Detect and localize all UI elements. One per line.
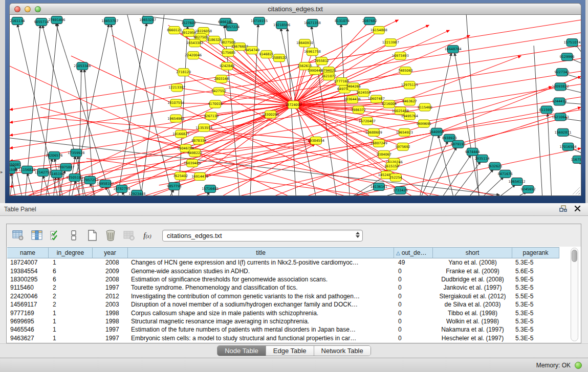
table-row[interactable]: 946362711997Embryonic stem cells: a mode…	[7, 334, 580, 342]
network-node[interactable]: 1244419	[552, 98, 567, 105]
float-panel-icon[interactable]	[559, 205, 567, 212]
network-node[interactable]: 9474444	[465, 148, 480, 156]
delete-column-icon[interactable]	[103, 228, 118, 243]
black-edge[interactable]	[534, 46, 542, 195]
table-scrollbar-thumb[interactable]	[572, 250, 577, 262]
table-row[interactable]: 977716911998Corpus callosum shape and si…	[7, 309, 580, 317]
network-node[interactable]: 1167533	[571, 156, 581, 163]
network-node[interactable]: 10688609	[365, 128, 382, 136]
table-row[interactable]: 946554611997Estimation of the future num…	[7, 325, 580, 334]
table-cell[interactable]: 2	[49, 283, 93, 292]
table-cell[interactable]: Estimation of significance thresholds fo…	[128, 275, 394, 283]
window-titlebar[interactable]: citations_edges.txt	[9, 3, 581, 15]
network-node[interactable]: 9055714	[34, 18, 49, 26]
network-node[interactable]: 20364436	[344, 96, 361, 103]
network-node[interactable]: 8186328	[207, 36, 222, 44]
table-cell[interactable]: Corpus callosum shape and size in male p…	[128, 309, 394, 317]
table-cell[interactable]: 5.3E-5	[512, 317, 559, 325]
table-cell[interactable]: 1997	[93, 283, 128, 292]
network-node[interactable]: 10654112	[509, 178, 526, 185]
table-cell[interactable]: 9465546	[7, 325, 49, 334]
table-cell[interactable]: 1997	[93, 325, 128, 334]
network-node[interactable]: 19654923	[396, 128, 413, 136]
table-cell[interactable]: 6	[49, 267, 93, 275]
network-node[interactable]: 8427552	[211, 87, 226, 95]
table-cell[interactable]: 1	[49, 334, 93, 342]
tab-node-table[interactable]: Node Table	[217, 346, 266, 356]
network-node[interactable]: 6879197	[451, 140, 466, 148]
table-cell[interactable]: 9699695	[7, 317, 49, 325]
network-node[interactable]: 2803144	[214, 75, 229, 83]
network-node[interactable]: 18107554	[167, 99, 184, 107]
network-node[interactable]: 8660123	[167, 27, 182, 34]
column-header-in_degree[interactable]: in_degree	[49, 247, 93, 258]
table-cell[interactable]: 0	[394, 292, 433, 300]
network-node[interactable]: 2087682	[362, 17, 377, 25]
table-cell[interactable]: 5.3E-5	[512, 283, 559, 292]
table-cell[interactable]: 5.6E-5	[512, 267, 559, 275]
network-node[interactable]: 7986372	[351, 106, 366, 114]
clear-selection-icon[interactable]	[66, 228, 81, 243]
network-node[interactable]: 1527602	[181, 19, 196, 27]
network-node[interactable]: 252254	[389, 173, 402, 181]
close-window-button[interactable]	[14, 6, 20, 12]
red-edge[interactable]	[10, 71, 581, 161]
network-node[interactable]: 1640954	[429, 128, 444, 136]
network-node[interactable]: 8115953	[539, 106, 554, 114]
red-edge[interactable]	[222, 79, 294, 104]
network-node[interactable]: 7955812	[314, 57, 329, 65]
network-node[interactable]: 9699695	[417, 120, 431, 127]
red-edge[interactable]	[10, 46, 581, 135]
table-cell[interactable]: de Silva et al. (2003)	[433, 300, 512, 309]
network-node[interactable]: 18453787	[101, 17, 118, 25]
network-node[interactable]: 1588520	[272, 54, 287, 62]
tab-edge-table[interactable]: Edge Table	[266, 346, 314, 356]
network-node[interactable]: 9242848	[220, 62, 234, 70]
network-node[interactable]: 7857224	[225, 24, 239, 31]
table-cell[interactable]: 1	[49, 258, 93, 267]
table-row[interactable]: 911546021997Tourette syndrome. Phenomeno…	[7, 283, 580, 292]
network-node[interactable]: 1615152	[384, 162, 399, 170]
table-cell[interactable]: 5.5E-5	[512, 292, 559, 300]
network-node[interactable]: 10719155	[251, 17, 268, 25]
red-edge[interactable]	[266, 76, 581, 195]
table-cell[interactable]: 0	[394, 317, 433, 325]
table-cell[interactable]: 1	[49, 309, 93, 317]
show-columns-icon[interactable]	[29, 228, 45, 243]
table-row[interactable]: 969969511998Structural magnetic resonanc…	[7, 317, 580, 325]
black-edge[interactable]	[493, 185, 515, 195]
network-node[interactable]: 5975692	[396, 143, 410, 150]
minimize-window-button[interactable]	[25, 6, 31, 12]
table-cell[interactable]: Tibbo et al. (1998)	[433, 309, 512, 317]
table-cell[interactable]: 1998	[93, 309, 128, 317]
network-node[interactable]: 2935114	[475, 155, 490, 162]
delete-table-icon[interactable]	[121, 228, 137, 243]
table-cell[interactable]: 2009	[93, 267, 128, 275]
red-edge[interactable]	[10, 33, 581, 122]
network-node[interactable]: 12093822	[552, 83, 569, 91]
table-cell[interactable]: 0	[394, 300, 433, 309]
network-node[interactable]: 19218596	[273, 21, 290, 29]
table-cell[interactable]: 5.3E-5	[512, 300, 559, 309]
network-node[interactable]: 27691406	[48, 16, 65, 24]
column-header-out_de[interactable]: △out_de…	[394, 247, 433, 258]
table-cell[interactable]: 22420046	[7, 292, 49, 300]
table-cell[interactable]: 5.3E-5	[512, 309, 559, 317]
table-selector-dropdown[interactable]: citations_edges.txt	[162, 230, 363, 242]
table-cell[interactable]: 1998	[93, 317, 128, 325]
network-canvas[interactable]: 1872400721611349055714276914061845378710…	[9, 15, 581, 196]
network-node[interactable]: 9384067	[377, 150, 391, 158]
network-node[interactable]: 9267130	[204, 112, 219, 120]
table-cell[interactable]: Hescheler et al. (1997)	[433, 334, 512, 342]
table-cell[interactable]: 1	[49, 317, 93, 325]
select-all-icon[interactable]	[48, 228, 63, 243]
network-node[interactable]: 33159	[10, 166, 15, 173]
network-node[interactable]: 2718120	[176, 69, 191, 76]
red-edge[interactable]	[184, 72, 294, 104]
network-node[interactable]: 1990448	[308, 67, 322, 75]
network-node[interactable]: 8878334	[191, 137, 206, 144]
network-node[interactable]: 12213387	[168, 84, 185, 92]
table-cell[interactable]: 2008	[93, 258, 128, 267]
table-cell[interactable]: 9463627	[7, 334, 49, 342]
network-node[interactable]: 16210643	[552, 113, 569, 121]
